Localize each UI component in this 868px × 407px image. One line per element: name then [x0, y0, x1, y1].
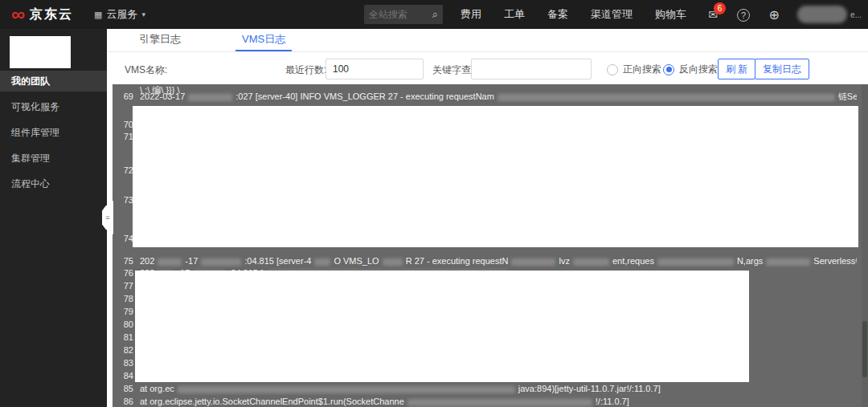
sidebar-item-1[interactable]: 可视化服务: [0, 96, 107, 117]
keyword-input[interactable]: [471, 59, 592, 79]
messages-button[interactable]: ✉ 6: [706, 8, 720, 21]
radio-backward-label: 反向搜索: [679, 63, 718, 76]
jdcloud-logo[interactable]: ∞ 京东云: [11, 6, 73, 23]
collapse-icon: ≡: [105, 214, 109, 222]
redacted-text-blur: [314, 258, 330, 266]
redacted-text-blur: [497, 94, 835, 101]
sidebar-item-0[interactable]: 我的团队: [0, 71, 107, 92]
redacted-text-blur: [178, 386, 515, 393]
log-line-number: 83: [113, 357, 133, 369]
grid-icon: ▦: [94, 10, 102, 20]
global-search[interactable]: ⌕: [364, 5, 443, 24]
redacted-text-blur: [383, 258, 403, 266]
topbar-menu-item[interactable]: 工单: [504, 7, 525, 22]
radio-backward-search[interactable]: 反向搜索: [663, 63, 718, 76]
topbar-menu-item[interactable]: 渠道管理: [591, 7, 633, 22]
radio-forward-label: 正向搜索: [623, 63, 661, 76]
radio-forward-search[interactable]: 正向搜索: [607, 63, 661, 76]
topbar-menu-item[interactable]: 费用: [461, 7, 481, 22]
redacted-text-blur: [201, 258, 241, 266]
sidebar-redaction-box: [10, 36, 71, 68]
log-row: 85at org.ecjava:894)[jetty-util-11.0.7.j…: [113, 383, 868, 395]
log-line-number: 76: [113, 267, 133, 279]
chevron-down-icon: ▾: [142, 10, 146, 18]
log-line-number: 82: [113, 344, 133, 356]
log-line-number: 69: [113, 91, 133, 103]
redacted-text-blur: [766, 258, 810, 266]
log-panel[interactable]: \ :\ 编\ }}} \692022-03-17:027 [server-40…: [113, 84, 868, 407]
search-input[interactable]: [369, 9, 432, 20]
log-line-number: 72: [113, 165, 133, 177]
recent-lines-label: 最近行数:: [285, 63, 326, 77]
log-scrollbar-thumb[interactable]: [862, 321, 867, 377]
log-line-number: 70: [113, 119, 133, 131]
tab-0[interactable]: 引擎日志: [133, 29, 187, 51]
log-line-number: 71: [113, 131, 133, 143]
user-label[interactable]: e...: [850, 10, 862, 19]
redacted-text-blur: [188, 94, 232, 101]
product-switcher[interactable]: ▦ 云服务 ▾: [94, 7, 145, 22]
topbar: ∞ 京东云 ▦ 云服务 ▾ ⌕ 费用工单备案渠道管理购物车 ✉ 6 ? ⊕ e.…: [0, 0, 868, 29]
avatar[interactable]: [797, 6, 847, 23]
log-row: 692022-03-17:027 [server-40] INFO VMS_LO…: [113, 91, 868, 103]
recent-lines-input[interactable]: [326, 59, 424, 79]
log-line-number: 81: [113, 332, 133, 344]
log-line-number: 75: [113, 255, 133, 267]
log-line-number: 73: [113, 194, 133, 206]
help-button[interactable]: ?: [736, 8, 751, 22]
redacted-text-blur: [657, 258, 734, 266]
log-line-number: 77: [113, 280, 133, 292]
locale-button[interactable]: ⊕: [767, 7, 781, 22]
jdcloud-console: ∞ 京东云 ▦ 云服务 ▾ ⌕ 费用工单备案渠道管理购物车 ✉ 6 ? ⊕ e.…: [0, 0, 868, 407]
vms-name-label: VMS名称:: [125, 63, 167, 77]
log-row: 86at org.eclipse.jetty.io.SocketChannelE…: [113, 396, 868, 407]
topbar-menu-item[interactable]: 购物车: [655, 7, 686, 22]
redacted-text-blur: [511, 258, 555, 266]
topbar-menu: 费用工单备案渠道管理购物车: [461, 7, 686, 22]
sidebar: 我的团队可视化服务组件库管理集群管理流程中心: [0, 29, 107, 407]
brand-name: 京东云: [30, 6, 73, 23]
redacted-text-blur: [158, 258, 182, 266]
log-line-text: at org.ecjava:894)[jetty-util-11.0.7.jar…: [140, 383, 857, 395]
radio-selected-icon: [663, 64, 674, 75]
radio-unselected-icon: [607, 64, 618, 75]
log-line-number: 84: [113, 370, 133, 382]
log-line-number: 86: [113, 396, 133, 407]
topbar-menu-item[interactable]: 备案: [547, 7, 568, 22]
tab-1[interactable]: VMS日志: [235, 29, 292, 51]
redacted-text-blur: [573, 258, 609, 266]
log-line-text: 202-17:04.815 [server-4O VMS_LOR 27 - ex…: [140, 255, 857, 267]
copy-log-button[interactable]: 复制日志: [755, 59, 809, 79]
search-icon: ⌕: [432, 8, 438, 21]
log-line-number: 74: [113, 233, 133, 245]
log-line-text: at org.eclipse.jetty.io.SocketChannelEnd…: [140, 396, 857, 407]
sidebar-menu: 我的团队可视化服务组件库管理集群管理流程中心: [0, 71, 107, 197]
help-icon: ?: [737, 9, 750, 22]
sidebar-item-2[interactable]: 组件库管理: [0, 122, 107, 143]
refresh-button[interactable]: 刷 新: [718, 59, 755, 79]
log-line-number: 78: [113, 293, 133, 305]
jdcloud-logo-icon: ∞: [11, 6, 25, 22]
filter-bar: VMS名称: 最近行数: 关键字查询: 正向搜索 反向搜索 刷 新 复制日志: [107, 53, 868, 84]
locate-icon: ⊕: [768, 8, 779, 22]
product-switcher-label: 云服务: [107, 7, 138, 22]
redaction-box-1: [133, 106, 858, 247]
log-line-number: 80: [113, 319, 133, 331]
message-count-badge: 6: [714, 2, 726, 14]
log-line-number: 79: [113, 306, 133, 318]
redacted-text-blur: [407, 399, 592, 406]
log-line-text: 2022-03-17:027 [server-40] INFO VMS_LOGG…: [140, 91, 857, 103]
log-row: 75202-17:04.815 [server-4O VMS_LOR 27 - …: [113, 255, 868, 267]
log-scrollbar-track[interactable]: [862, 84, 868, 407]
sidebar-item-3[interactable]: 集群管理: [0, 148, 107, 169]
tab-bar: 引擎日志VMS日志: [107, 29, 868, 52]
redaction-box-2: [135, 271, 749, 382]
log-line-number: 85: [113, 383, 133, 395]
sidebar-item-4[interactable]: 流程中心: [0, 173, 107, 194]
